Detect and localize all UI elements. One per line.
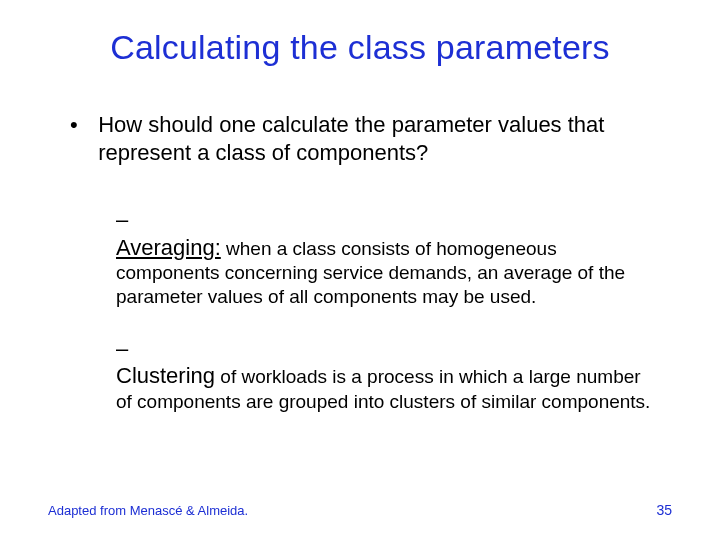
- slide-body: • How should one calculate the parameter…: [48, 111, 672, 413]
- subbullet-text: Averaging: when a class consists of homo…: [116, 234, 652, 309]
- bullet-text: How should one calculate the parameter v…: [98, 111, 668, 166]
- slide-number: 35: [656, 502, 672, 518]
- slide-title: Calculating the class parameters: [48, 28, 672, 67]
- dash-icon: –: [116, 335, 136, 363]
- subbullet-text: Clustering of workloads is a process in …: [116, 362, 652, 413]
- dash-icon: –: [116, 206, 136, 234]
- slide: Calculating the class parameters • How s…: [0, 0, 720, 540]
- subbullet-item-1: – Averaging: when a class consists of ho…: [116, 206, 672, 309]
- subbullet-lead: Averaging:: [116, 235, 221, 260]
- bullet-item-1: • How should one calculate the parameter…: [70, 111, 672, 166]
- subbullet-item-2: – Clustering of workloads is a process i…: [116, 335, 672, 414]
- bullet-dot-icon: •: [70, 111, 92, 139]
- subbullet-lead: Clustering: [116, 363, 215, 388]
- footer-attribution: Adapted from Menascé & Almeida.: [48, 503, 248, 518]
